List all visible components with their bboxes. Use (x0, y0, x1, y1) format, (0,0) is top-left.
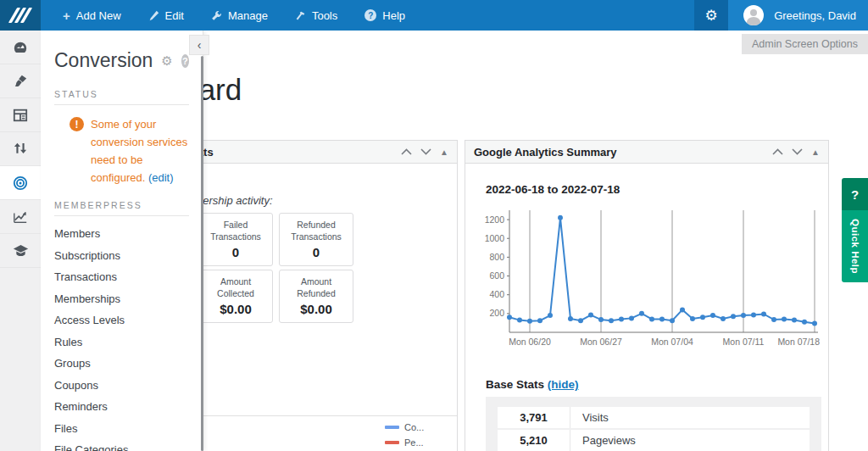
warning-edit-link[interactable]: (edit) (148, 171, 174, 184)
quick-help-question-button[interactable]: ? (842, 178, 868, 210)
sidebar-item-dashboard-gauge[interactable] (0, 31, 41, 64)
conversion-flyout-panel: Conversion ⚙ ? STATUS ! Some of your con… (41, 31, 203, 451)
memberpress-menu-item-members[interactable]: Members (41, 223, 203, 245)
flyout-scrollbar[interactable] (201, 56, 203, 451)
topbar-menu-manage[interactable]: Manage (198, 0, 281, 31)
memberpress-menu-item-access-levels[interactable]: Access Levels (41, 309, 203, 331)
forms-table-icon (13, 108, 28, 123)
hammer-icon (295, 10, 306, 21)
stat-card-label: Amount Refunded (283, 276, 349, 298)
ga-date-range: 2022-06-18 to 2022-07-18 (486, 183, 620, 196)
stat-card-value: 0 (232, 245, 239, 259)
flyout-gear-icon[interactable]: ⚙ (161, 53, 172, 69)
stat-card-label: Refunded Transactions (283, 220, 349, 242)
svg-text:1200: 1200 (485, 214, 505, 225)
svg-text:400: 400 (489, 289, 504, 299)
move-up-icon[interactable] (401, 148, 412, 155)
svg-text:Mon 07/04: Mon 07/04 (651, 337, 693, 347)
pencil-icon (148, 10, 159, 21)
topbar-menu-label: Tools (312, 9, 337, 22)
memberpress-menu-item-rules[interactable]: Rules (41, 331, 203, 354)
memberpress-menu-item-memberships[interactable]: Memberships (41, 288, 203, 310)
topbar-menu-edit[interactable]: Edit (135, 0, 198, 31)
memberpress-menu-item-file-categories[interactable]: File Categories (41, 439, 203, 451)
memberpress-menu-item-coupons[interactable]: Coupons (41, 375, 203, 397)
legend-swatch (385, 441, 399, 444)
ga-panel-header[interactable]: Google Analytics Summary ▲ (465, 141, 828, 164)
svg-text:600: 600 (489, 270, 504, 281)
up-down-arrows-icon (13, 142, 28, 156)
help-icon: ? (364, 9, 376, 21)
stat-card-value: 0 (313, 245, 320, 259)
topbar-menu-label: Manage (228, 9, 268, 22)
base-stats-row-visits: 3,791Visits (498, 407, 810, 430)
memberpress-menu-item-groups[interactable]: Groups (41, 353, 203, 375)
base-stats-label: Base Stats (486, 378, 548, 391)
sidebar-item-forms-table[interactable] (0, 98, 41, 132)
transactions-chart-legend: Co...Pe...Fai... (385, 420, 425, 451)
memberpress-menu-item-files[interactable]: Files (41, 418, 203, 440)
move-down-icon[interactable] (420, 148, 431, 155)
admin-top-bar: +Add NewEditManageTools?Help ⚙ Greetings… (0, 0, 868, 31)
status-section-heading: STATUS (54, 89, 189, 105)
settings-gear-button[interactable]: ⚙ (694, 0, 728, 31)
topbar-menu-tools[interactable]: Tools (281, 0, 351, 31)
memberpress-section-heading: MEMBERPRESS (54, 200, 189, 216)
svg-text:Mon 07/18: Mon 07/18 (777, 337, 820, 347)
stat-card-label: Amount Collected (203, 276, 269, 298)
status-warning: ! Some of your conversion services need … (41, 105, 203, 188)
brush-icon (13, 74, 28, 89)
analytics-chart-icon (13, 209, 28, 225)
sidebar-item-conversion-target[interactable] (0, 166, 41, 200)
app-logo[interactable] (0, 0, 41, 31)
warning-exclamation-icon: ! (70, 117, 84, 131)
graduation-cap-icon (13, 244, 29, 258)
stat-card-failed-transactions: Failed Transactions0 (198, 213, 273, 266)
topbar-right: ⚙ Greetings, David (694, 0, 868, 31)
flyout-title: Conversion (54, 49, 153, 72)
topbar-menu-add-new[interactable]: +Add New (49, 0, 135, 31)
user-account-menu[interactable]: Greetings, David (728, 0, 868, 31)
move-up-icon[interactable] (772, 148, 783, 155)
topbar-menu-label: Edit (165, 9, 184, 22)
diagonal-stripes-logo-icon (7, 8, 34, 23)
wrench-icon (211, 10, 222, 21)
stat-card-value: $0.00 (300, 302, 332, 316)
quick-help-tab: ? Quick Help (842, 178, 868, 282)
flyout-help-icon[interactable]: ? (181, 54, 189, 68)
sidebar-item-brush[interactable] (0, 64, 41, 98)
memberpress-menu-item-subscriptions[interactable]: Subscriptions (41, 245, 203, 267)
topbar-menus: +Add NewEditManageTools?Help (49, 0, 419, 31)
memberpress-menu-item-reminders[interactable]: Reminders (41, 396, 203, 418)
quick-help-button[interactable]: Quick Help (842, 210, 868, 282)
svg-text:1000: 1000 (485, 233, 505, 243)
memberpress-menu-list: MembersSubscriptionsTransactionsMembersh… (41, 216, 203, 451)
sidebar-item-graduation-cap[interactable] (0, 234, 41, 268)
admin-screen-options-button[interactable]: Admin Screen Options (742, 34, 868, 54)
ga-panel-title: Google Analytics Summary (474, 146, 617, 159)
stat-value: 3,791 (498, 407, 570, 428)
legend-label: Pe... (404, 437, 424, 448)
legend-item: Pe... (385, 435, 425, 450)
topbar-menu-help[interactable]: ?Help (351, 0, 419, 31)
topbar-menu-label: Help (382, 9, 405, 22)
stat-card-amount-refunded: Amount Refunded$0.00 (279, 270, 353, 323)
stat-card-amount-collected: Amount Collected$0.00 (198, 270, 273, 323)
stat-card-value: $0.00 (220, 302, 252, 316)
svg-text:800: 800 (489, 252, 504, 262)
memberpress-menu-item-transactions[interactable]: Transactions (41, 266, 203, 288)
stat-card-label: Failed Transactions (203, 220, 269, 242)
base-stats-row-pageviews: 5,210Pageviews (498, 430, 810, 451)
sidebar-item-up-down-arrows[interactable] (0, 132, 41, 166)
base-stats-table: 3,791Visits5,210Pageviews (486, 397, 821, 451)
svg-text:Mon 07/11: Mon 07/11 (723, 337, 765, 347)
flyout-collapse-button[interactable]: ‹ (189, 35, 209, 55)
topbar-menu-label: Add New (76, 9, 121, 22)
collapse-toggle-icon[interactable]: ▲ (440, 148, 448, 157)
hide-link[interactable]: (hide) (548, 378, 579, 391)
legend-swatch (385, 426, 399, 429)
move-down-icon[interactable] (792, 148, 803, 155)
legend-label: Co... (404, 422, 424, 432)
sidebar-item-analytics-chart[interactable] (0, 200, 41, 234)
collapse-toggle-icon[interactable]: ▲ (811, 148, 820, 157)
